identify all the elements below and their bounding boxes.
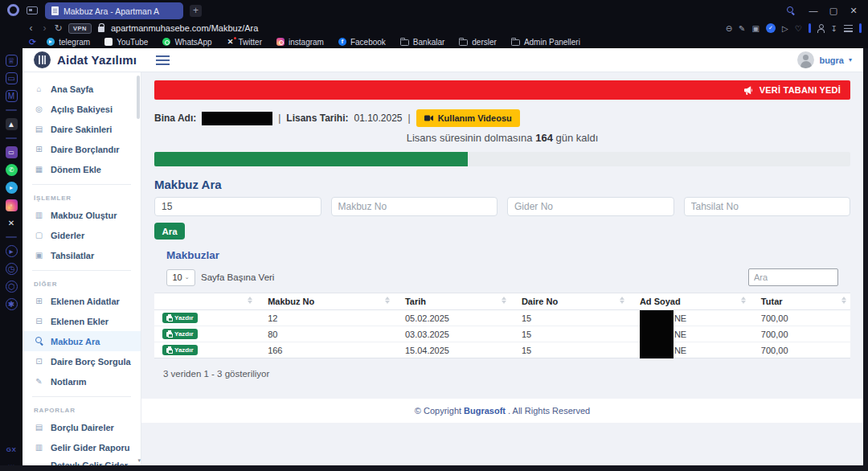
settings-gear-icon[interactable]: ✱ xyxy=(6,298,18,310)
snapshot-icon[interactable]: ✎ xyxy=(739,24,745,33)
table-title: Makbuzlar xyxy=(166,249,850,261)
sidebar-item-eklenen-aidatlar[interactable]: ⊞Eklenen Aidatlar xyxy=(23,291,141,311)
name-redacted xyxy=(640,342,674,358)
sidebar-item-borclu-daireler[interactable]: ▤Borçlu Daireler xyxy=(23,417,141,437)
gider-no-input[interactable] xyxy=(507,197,674,216)
twitch-icon[interactable]: ▭ xyxy=(6,146,18,158)
bookmark-whatsapp[interactable]: WhatsApp xyxy=(162,38,211,47)
maximize-button[interactable]: ▢ xyxy=(827,6,840,16)
lock-icon[interactable] xyxy=(98,27,104,32)
browser-search-icon[interactable] xyxy=(787,6,800,14)
sidebar-item-notlarim[interactable]: ✎Notlarım xyxy=(23,371,141,391)
profile-icon[interactable] xyxy=(817,24,825,32)
whatsapp-panel-icon[interactable]: ✆ xyxy=(6,164,18,176)
menu-icon[interactable] xyxy=(844,25,853,32)
sidebar-item-makbuz-ara[interactable]: Makbuz Ara xyxy=(23,331,141,351)
print-button[interactable]: Yazdır xyxy=(162,329,198,339)
usage-video-button[interactable]: Kullanım Videosu xyxy=(416,109,520,127)
player-icon[interactable]: ▸ xyxy=(6,245,18,257)
gx-corner-icon[interactable]: ♕ xyxy=(6,55,18,67)
telegram-panel-icon[interactable]: ▸ xyxy=(6,182,18,194)
sidebar-item-makbuz-olustur[interactable]: ▥Makbuz Oluştur xyxy=(23,205,141,225)
bookmark-folder-dersler[interactable]: dersler xyxy=(459,38,497,47)
url-text[interactable]: apartmanmuhasebe.com/Makbuz/Ara xyxy=(111,23,258,33)
sidebar-item-donem-ekle[interactable]: ▦Dönem Ekle xyxy=(23,159,141,179)
user-menu[interactable]: bugra ▾ xyxy=(797,51,852,68)
shield-check-icon[interactable]: ✓ xyxy=(766,23,776,33)
building-search-icon: ⊡ xyxy=(34,357,44,366)
sidebar-item-eklenen-ekler[interactable]: ⊟Eklenen Ekler xyxy=(23,311,141,331)
history-icon[interactable]: ◷ xyxy=(6,263,18,275)
workspace-icon[interactable] xyxy=(27,6,38,14)
forward-icon[interactable]: › xyxy=(38,23,51,34)
print-button[interactable]: Yazdır xyxy=(162,345,198,355)
sidebar-item-daire-borc-sorgula[interactable]: ⊡Daire Borç Sorgula xyxy=(23,351,141,371)
sidebar-item-gelir-gider-raporu[interactable]: ▥Gelir Gider Raporu xyxy=(23,437,141,457)
sidebar-item-ana-sayfa[interactable]: ⌂Ana Sayfa xyxy=(23,79,141,99)
search-submit-button[interactable]: Ara xyxy=(154,223,185,240)
sidebar-item-daire-sakinleri[interactable]: ▤Daire Sakinleri xyxy=(23,119,141,139)
send-icon[interactable]: ▷ xyxy=(782,24,788,33)
bookmark-folder-admin[interactable]: Admin Panelleri xyxy=(511,38,580,47)
gx-logo[interactable]: GX xyxy=(6,446,17,453)
active-tab[interactable]: Makbuz Ara - Apartman A xyxy=(45,2,183,19)
downloads-icon[interactable]: ↧ xyxy=(831,24,837,33)
column-header-makbuz-no[interactable]: Makbuz No xyxy=(256,293,394,309)
cell-tarih: 15.04.2025 xyxy=(394,342,510,358)
bookmark-youtube[interactable]: YouTube xyxy=(104,38,148,47)
messenger-icon[interactable]: ▭ xyxy=(6,72,18,84)
sidebar-toggle-pill[interactable] xyxy=(859,23,862,33)
minimize-button[interactable]: — xyxy=(807,6,820,15)
sidebar-item-daire-borclandir[interactable]: ⊞Daire Borçlandır xyxy=(23,139,141,159)
opera-logo-icon[interactable] xyxy=(7,4,19,16)
bookmark-facebook[interactable]: fFacebook xyxy=(338,38,386,47)
scroll-down-icon[interactable]: ▾ xyxy=(137,457,141,464)
sort-icon xyxy=(841,297,846,304)
daire-no-input[interactable] xyxy=(154,197,321,216)
hamburger-icon[interactable] xyxy=(156,55,170,65)
print-button[interactable]: Yazdır xyxy=(162,313,198,323)
back-icon[interactable]: ‹ xyxy=(24,23,38,34)
m-app-icon[interactable]: M xyxy=(6,90,18,102)
makbuz-no-input[interactable] xyxy=(331,197,498,216)
bookmark-heart-icon[interactable]: ♡ xyxy=(795,24,802,33)
sidebar-item-detayli-gelir-gider[interactable]: ▦Detaylı Gelir Gider Tablosu xyxy=(23,457,141,465)
flow-icon[interactable]: ▲ xyxy=(6,118,18,130)
sidebar-scrollbar[interactable] xyxy=(137,76,140,119)
sidebar-item-tahsilatlar[interactable]: ▣Tahsilatlar xyxy=(23,245,141,265)
table-pagination-info: 3 veriden 1 - 3 gösteriliyor xyxy=(163,369,850,379)
app-logo-icon[interactable] xyxy=(34,51,51,68)
sidebar-item-acilis-bakiyesi[interactable]: ◎Açılış Bakiyesi xyxy=(23,99,141,119)
column-header-action[interactable] xyxy=(154,293,256,309)
section-label-diger: DİĞER xyxy=(23,276,141,291)
printer-icon xyxy=(166,316,172,321)
bookmark-folder-bankalar[interactable]: Bankalar xyxy=(400,38,444,47)
extensions-icon[interactable]: ⬡ xyxy=(6,281,18,293)
column-header-tarih[interactable]: Tarih xyxy=(394,293,510,309)
column-header-tutar[interactable]: Tutar xyxy=(750,293,850,309)
column-header-ad-soyad[interactable]: Ad Soyad xyxy=(628,293,750,309)
table-row: Yazdır 166 15.04.2025 15 NE 700,00 xyxy=(154,342,850,358)
avatar xyxy=(797,51,814,68)
section-label-raporlar: RAPORLAR xyxy=(23,402,141,417)
database-backup-banner[interactable]: VERİ TABANI YEDİ xyxy=(154,80,850,100)
tahsilat-no-input[interactable] xyxy=(684,197,851,216)
page-size-select[interactable]: 10 ⌄ xyxy=(166,269,195,286)
new-tab-button[interactable]: + xyxy=(190,5,202,17)
sidebar-item-giderler[interactable]: ▢Giderler xyxy=(23,225,141,245)
table-search-input[interactable] xyxy=(748,268,838,286)
sync-icon[interactable]: ⟳ xyxy=(29,37,36,47)
close-button[interactable]: ✕ xyxy=(847,6,860,16)
page-viewport: Aidat Yazılımı bugra ▾ ⌂Ana Sayfa ◎Açılı… xyxy=(23,48,863,465)
bookmark-twitter[interactable]: ✕Twitter xyxy=(227,38,262,47)
bookmark-telegram[interactable]: telegram xyxy=(47,38,90,47)
bookmark-instagram[interactable]: instagram xyxy=(276,38,324,47)
camera-icon[interactable]: ▣ xyxy=(751,24,759,33)
x-panel-icon[interactable]: ✕ xyxy=(6,217,18,229)
vpn-badge[interactable]: VPN xyxy=(68,23,92,34)
column-header-daire-no[interactable]: Daire No xyxy=(510,293,628,309)
instagram-panel-icon[interactable]: ◦ xyxy=(6,199,18,211)
cell-ad-soyad: NE xyxy=(628,342,750,358)
zoom-out-icon[interactable]: ⊖ xyxy=(726,24,732,33)
reload-icon[interactable]: ↻ xyxy=(51,23,65,34)
